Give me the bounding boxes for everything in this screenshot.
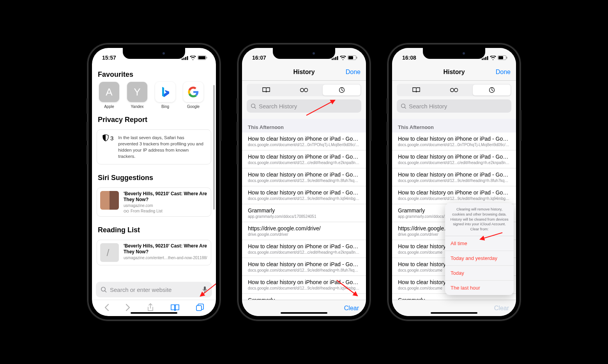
phone-mockup-2: 16:07 History Done Search History Th xyxy=(238,44,370,320)
privacy-text: In the last seven days, Safari has preve… xyxy=(118,134,205,159)
glasses-icon xyxy=(124,210,129,213)
phone-mockup-3: 16:08 History Done Search History Th xyxy=(388,44,520,320)
done-button[interactable]: Done xyxy=(346,69,361,76)
popover-description: Clearing will remove history, cookies an… xyxy=(445,203,514,236)
history-item-url: docs.google.com/document/d/12...9c/edit#… xyxy=(248,286,360,290)
privacy-report-card[interactable]: 3 In the last seven days, Safari has pre… xyxy=(97,129,211,164)
search-history[interactable]: Search History xyxy=(397,99,511,113)
svg-rect-15 xyxy=(337,56,338,60)
history-item-url: docs.google.com/document/d/12...9c/edit#… xyxy=(248,268,360,272)
scroll-indicator[interactable] xyxy=(213,85,215,210)
history-item[interactable]: How to clear history on iPhone or iPad -… xyxy=(242,240,366,258)
nav-bar: History Done xyxy=(242,64,366,81)
history-item-title: How to clear history on iPhone or iPad -… xyxy=(248,136,360,142)
history-item[interactable]: How to clear history on iPhone or iPad -… xyxy=(242,186,366,204)
clear-today[interactable]: Today xyxy=(445,266,514,281)
shield-icon: 3 xyxy=(103,134,113,141)
clock-icon xyxy=(339,87,345,93)
bookmarks-button[interactable] xyxy=(170,304,180,313)
siri-headline: 'Beverly Hills, 90210' Cast: Where Are T… xyxy=(124,191,208,202)
favourite-google-label: Google xyxy=(187,104,200,109)
history-item[interactable]: Grammarlyapp.grammarly.com/ddocs/1708524… xyxy=(242,204,366,222)
favourite-yandex-icon: Y xyxy=(127,82,147,102)
history-item-title: How to clear history on iPhone or iPad -… xyxy=(398,154,510,160)
favourite-google[interactable]: Google xyxy=(182,82,205,109)
history-item-url: docs.google.com/document/d/12...c/edit#h… xyxy=(248,161,360,165)
reading-list-url: usmagazine.com/entert…then-and-now-20118… xyxy=(124,256,208,260)
history-item[interactable]: How to clear history on iPhone or iPad -… xyxy=(242,133,366,150)
home-indicator[interactable] xyxy=(281,312,327,314)
favourites-title: Favourites xyxy=(92,64,216,82)
segment-row xyxy=(392,81,516,99)
clear-today-yesterday[interactable]: Today and yesterday xyxy=(445,251,514,266)
svg-rect-5 xyxy=(198,56,205,59)
favourite-yandex[interactable]: Y Yandex xyxy=(126,82,148,109)
tab-reading-list[interactable] xyxy=(435,85,473,95)
wifi-icon xyxy=(190,56,196,60)
reading-list-headline: 'Beverly Hills, 90210' Cast: Where Are T… xyxy=(124,243,208,254)
svg-rect-17 xyxy=(348,56,353,59)
svg-rect-18 xyxy=(357,57,357,59)
history-list[interactable]: How to clear history on iPhone or iPad -… xyxy=(242,133,366,300)
tab-history[interactable] xyxy=(473,85,511,95)
home-indicator[interactable] xyxy=(431,312,477,314)
forward-button[interactable] xyxy=(125,304,131,313)
home-indicator[interactable] xyxy=(131,312,177,314)
address-bar[interactable]: Search or enter website xyxy=(96,282,212,297)
history-item-url: docs.google.com/document/d/12...9c/edit#… xyxy=(398,178,510,183)
clear-last-hour[interactable]: The last hour xyxy=(445,281,514,295)
tab-reading-list[interactable] xyxy=(285,85,323,95)
history-item[interactable]: How to clear history on iPhone or iPad -… xyxy=(392,168,516,186)
history-item-url: drive.google.com/drive/ xyxy=(248,232,360,237)
history-item-title: How to clear history on iPhone or iPad -… xyxy=(248,171,360,178)
svg-rect-1 xyxy=(184,58,185,60)
svg-rect-28 xyxy=(498,56,503,59)
tabs-button[interactable] xyxy=(196,304,204,313)
status-time: 15:57 xyxy=(102,55,116,61)
history-item-title: Grammarly xyxy=(248,207,360,214)
history-item[interactable]: How to clear history on iPhone or iPad -… xyxy=(392,133,516,150)
wifi-icon xyxy=(490,56,496,60)
history-item[interactable]: How to clear history on iPhone or iPad -… xyxy=(392,186,516,204)
tab-bookmarks[interactable] xyxy=(398,85,435,95)
history-item-title: Grammarly xyxy=(248,297,360,300)
history-item[interactable]: Grammarlyapp.grammarly.com/ddocs/1708524… xyxy=(242,294,366,300)
search-history[interactable]: Search History xyxy=(247,99,361,113)
clear-all-time[interactable]: All time xyxy=(445,236,514,251)
svg-rect-24 xyxy=(484,58,485,60)
tab-bookmarks[interactable] xyxy=(247,85,285,95)
google-icon xyxy=(183,82,203,102)
favourite-bing[interactable]: Bing xyxy=(154,82,177,109)
nav-title: History xyxy=(443,69,465,76)
reading-list-card[interactable]: 'Beverly Hills, 90210' Cast: Where Are T… xyxy=(97,240,211,265)
history-item[interactable]: How to clear history on iPhone or iPad -… xyxy=(242,150,366,168)
battery-icon xyxy=(348,55,357,60)
history-item-title: Grammarly xyxy=(398,297,510,300)
privacy-report-title: Privacy Report xyxy=(92,109,216,127)
search-history-placeholder: Search History xyxy=(409,103,447,110)
history-item[interactable]: How to clear history on iPhone or iPad -… xyxy=(392,150,516,168)
history-item-title: How to clear history on iPhone or iPad -… xyxy=(248,154,360,160)
microphone-icon[interactable] xyxy=(202,286,207,293)
screen-history: 16:07 History Done Search History Th xyxy=(242,48,366,316)
svg-point-31 xyxy=(454,88,458,92)
notch xyxy=(423,48,485,59)
history-item-title: How to clear history on iPhone or iPad -… xyxy=(398,171,510,178)
history-item[interactable]: How to clear history on iPhone or iPad -… xyxy=(242,168,366,186)
nav-title: History xyxy=(293,69,315,76)
svg-rect-14 xyxy=(335,57,336,60)
favourite-bing-label: Bing xyxy=(161,104,169,109)
back-button[interactable] xyxy=(104,304,109,313)
siri-suggestion-card[interactable]: 'Beverly Hills, 90210' Cast: Where Are T… xyxy=(97,187,211,217)
favourite-apple[interactable]: A Apple xyxy=(98,82,120,109)
done-button[interactable]: Done xyxy=(496,69,511,76)
phone-mockup-1: 15:57 Favourites A Apple Y Yandex xyxy=(88,44,220,320)
history-item[interactable]: How to clear history on iPhone or iPad -… xyxy=(242,276,366,294)
tab-history[interactable] xyxy=(323,85,361,95)
clear-button[interactable]: Clear xyxy=(494,305,509,312)
svg-rect-2 xyxy=(185,57,186,60)
history-item[interactable]: How to clear history on iPhone or iPad -… xyxy=(242,258,366,276)
clear-button[interactable]: Clear xyxy=(344,305,359,312)
share-button[interactable] xyxy=(147,303,154,313)
history-item[interactable]: https://drive.google.com/drive/drive.goo… xyxy=(242,222,366,240)
